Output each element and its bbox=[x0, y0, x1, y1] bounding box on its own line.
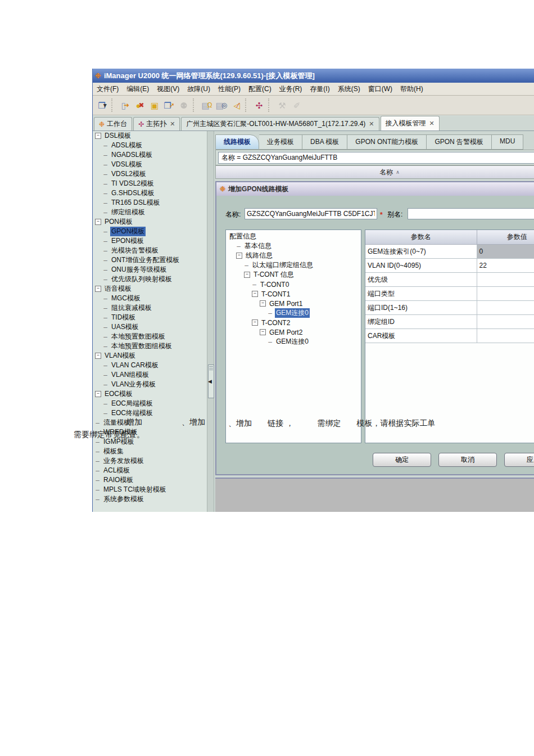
panel-tab-GPON ONT能力模板[interactable]: GPON ONT能力模板 bbox=[347, 134, 427, 150]
expander-icon[interactable]: − bbox=[252, 320, 258, 326]
workspace-tab[interactable]: ❉工作台 bbox=[94, 117, 132, 130]
menu-item[interactable]: 存量(I) bbox=[306, 83, 333, 95]
workspace-tab[interactable]: 接入模板管理✕ bbox=[381, 116, 440, 130]
tree-item[interactable]: –本地预置数图模板 bbox=[93, 332, 207, 341]
expander-icon[interactable]: − bbox=[95, 219, 101, 225]
filter-input[interactable]: 名称 = GZSZCQYanGuangMeiJuFTTB bbox=[218, 152, 534, 164]
tree-item[interactable]: –TI VDSL2模板 bbox=[93, 179, 207, 188]
name-input[interactable] bbox=[245, 208, 377, 219]
tree-item[interactable]: –EPON模板 bbox=[93, 236, 207, 246]
collapse-left-icon[interactable]: ◀ bbox=[208, 379, 212, 384]
tree-item[interactable]: −线路信息 bbox=[226, 251, 361, 260]
alarm-document-icon[interactable]: ▤Ω bbox=[200, 98, 214, 112]
tree-item[interactable]: –VDSL模板 bbox=[93, 160, 207, 169]
tree-item[interactable]: –MPLS TC域映射模板 bbox=[93, 485, 207, 494]
param-value-header[interactable]: 参数值 bbox=[477, 230, 534, 245]
tree-item[interactable]: –ONT增值业务配置模板 bbox=[93, 255, 207, 265]
column-header-name[interactable]: 名称 ∧ bbox=[215, 165, 534, 179]
table-row[interactable]: 优先级 bbox=[365, 273, 534, 287]
tree-item[interactable]: 配置信息 bbox=[226, 232, 361, 241]
tree-item[interactable]: –ADSL模板 bbox=[93, 141, 207, 150]
logout-icon[interactable]: ▯➜ bbox=[119, 98, 132, 112]
param-value-cell[interactable] bbox=[477, 315, 534, 329]
workspace-tab[interactable]: 广州主城区黄石汇聚-OLT001-HW-MA5680T_1(172.17.29.… bbox=[181, 117, 379, 130]
param-value-cell[interactable] bbox=[477, 273, 534, 287]
workspace-tab[interactable]: ✣主拓扑✕ bbox=[133, 117, 180, 130]
tree-item[interactable]: –模板集 bbox=[93, 447, 207, 456]
panel-tab-DBA 模板[interactable]: DBA 模板 bbox=[302, 134, 347, 150]
tree-item[interactable]: –VDSL2模板 bbox=[93, 169, 207, 179]
tree-item[interactable]: –GPON模板 bbox=[93, 227, 207, 236]
mute-alarm-icon[interactable]: ◁∕ bbox=[229, 98, 243, 112]
menu-item[interactable]: 性能(P) bbox=[214, 83, 245, 95]
password-invalid-icon[interactable]: ●✖ bbox=[133, 98, 147, 112]
tree-item[interactable]: −语音模板 bbox=[93, 284, 207, 294]
expander-icon[interactable]: − bbox=[260, 300, 266, 307]
expander-icon[interactable]: − bbox=[260, 329, 266, 335]
tree-item[interactable]: −GEM Port2 bbox=[226, 327, 361, 337]
tree-item[interactable]: –NGADSL模板 bbox=[93, 150, 207, 160]
cancel-button[interactable]: 取消 bbox=[438, 453, 497, 467]
tree-item[interactable]: –以太端口绑定组信息 bbox=[226, 260, 361, 270]
tree-item[interactable]: –EOC终端模板 bbox=[93, 408, 207, 418]
tree-item[interactable]: –MGC模板 bbox=[93, 294, 207, 303]
tree-item[interactable]: –RAIO模板 bbox=[93, 475, 207, 485]
table-row[interactable]: VLAN ID(0~4095)22 bbox=[365, 259, 534, 273]
param-value-cell[interactable] bbox=[477, 329, 534, 343]
tree-item[interactable]: –VLAN CAR模板 bbox=[93, 361, 207, 370]
tree-item[interactable]: –VLAN组模板 bbox=[93, 370, 207, 380]
tree-item[interactable]: –本地预置数图组模板 bbox=[93, 341, 207, 351]
tree-item[interactable]: −T-CONT1 bbox=[226, 289, 361, 299]
param-value-cell[interactable]: 0 bbox=[477, 245, 534, 259]
close-tab-icon[interactable]: ✕ bbox=[429, 120, 435, 127]
tree-item[interactable]: –UAS模板 bbox=[93, 322, 207, 332]
tree-item[interactable]: –TR165 DSL模板 bbox=[93, 198, 207, 208]
menu-item[interactable]: 系统(S) bbox=[334, 83, 364, 95]
expander-icon[interactable]: − bbox=[95, 286, 101, 292]
menu-item[interactable]: 文件(F) bbox=[93, 83, 123, 95]
tree-item[interactable]: −DSL模板 bbox=[93, 131, 207, 141]
param-value-cell[interactable]: 22 bbox=[477, 259, 534, 273]
tree-item[interactable]: –VLAN业务模板 bbox=[93, 380, 207, 389]
tree-item[interactable]: –GEM连接0 bbox=[226, 308, 361, 318]
table-row[interactable]: 端口ID(1~16) bbox=[365, 301, 534, 315]
switch-window-icon[interactable]: ❐➚ bbox=[162, 98, 176, 112]
expander-icon[interactable]: − bbox=[236, 253, 242, 259]
tree-item[interactable]: –绑定组模板 bbox=[93, 208, 207, 217]
alarm-search-icon[interactable]: ▤◎ bbox=[215, 98, 228, 112]
expander-icon[interactable]: − bbox=[244, 272, 250, 278]
tree-item[interactable]: −EOC模板 bbox=[93, 389, 207, 399]
tree-item[interactable]: −VLAN模板 bbox=[93, 351, 207, 361]
tree-item[interactable]: −T-CONT2 bbox=[226, 318, 361, 327]
panel-tab-MDU[interactable]: MDU bbox=[492, 134, 523, 150]
alias-input[interactable] bbox=[408, 208, 534, 219]
tree-item[interactable]: –优先级队列映射模板 bbox=[93, 274, 207, 284]
menu-item[interactable]: 故障(U) bbox=[183, 83, 214, 95]
panel-tab-GPON 告警模板[interactable]: GPON 告警模板 bbox=[427, 134, 492, 150]
param-value-cell[interactable] bbox=[477, 287, 534, 301]
tree-item[interactable]: –G.SHDSL模板 bbox=[93, 188, 207, 198]
tree-item[interactable]: –业务发放模板 bbox=[93, 456, 207, 466]
tree-item[interactable]: –基本信息 bbox=[226, 241, 361, 251]
menu-item[interactable]: 帮助(H) bbox=[396, 83, 427, 95]
splitter[interactable]: ◀ bbox=[207, 131, 214, 512]
menu-item[interactable]: 配置(C) bbox=[245, 83, 275, 95]
new-window-icon[interactable]: ❐▾ bbox=[96, 98, 109, 112]
ok-button[interactable]: 确定 bbox=[373, 453, 431, 467]
tree-item[interactable]: –阻抗衰减模板 bbox=[93, 303, 207, 313]
tree-item[interactable]: −PON模板 bbox=[93, 217, 207, 227]
table-row[interactable]: 端口类型 bbox=[365, 287, 534, 301]
tree-item[interactable]: –系统参数模板 bbox=[93, 494, 207, 504]
table-row[interactable]: GEM连接索引(0~7)0 bbox=[365, 245, 534, 259]
lock-icon[interactable]: ▣ bbox=[148, 98, 161, 112]
close-tab-icon[interactable]: ✕ bbox=[170, 120, 175, 128]
table-row[interactable]: 绑定组ID bbox=[365, 315, 534, 329]
panel-tab-业务模板[interactable]: 业务模板 bbox=[259, 134, 302, 150]
menu-item[interactable]: 视图(V) bbox=[153, 83, 183, 95]
tree-item[interactable]: –光模块告警模板 bbox=[93, 246, 207, 255]
menu-item[interactable]: 编辑(E) bbox=[123, 83, 153, 95]
tree-item[interactable]: –TID模板 bbox=[93, 313, 207, 322]
param-name-header[interactable]: 参数名 bbox=[365, 230, 477, 245]
panel-tab-线路模板[interactable]: 线路模板 bbox=[215, 134, 259, 150]
tree-item[interactable]: –GEM连接0 bbox=[226, 337, 361, 346]
